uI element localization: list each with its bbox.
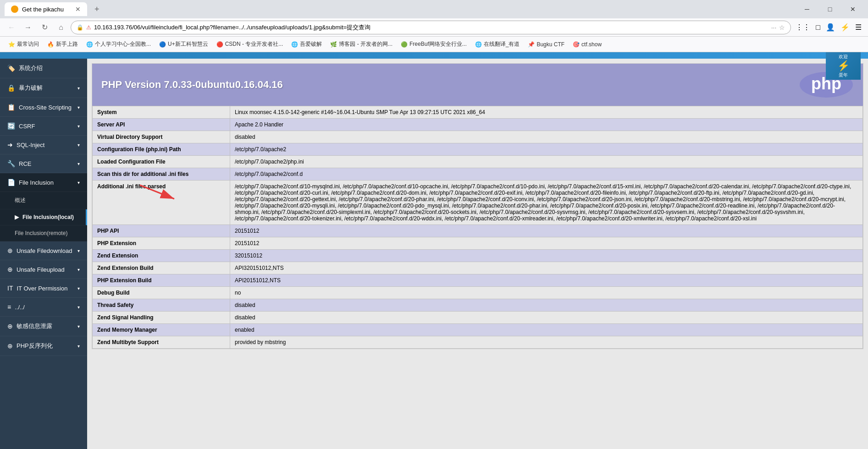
sidebar-item-file-inclusion[interactable]: 📄 File Inclusion ▾ [0, 173, 87, 192]
sidebar-icon-dotdot: ≡ [7, 303, 11, 311]
bookmark-favicon: 🔴 [216, 41, 223, 48]
sidebar-item-sensitive-info[interactable]: ⊕ 敏感信息泄露 ▾ [0, 317, 87, 336]
table-row: Zend Multibyte Support provided by mbstr… [93, 336, 863, 349]
sidebar-item-left: ⊕ 敏感信息泄露 [7, 322, 52, 330]
sidebar-icon-file-inclusion: 📄 [7, 179, 15, 186]
user-icon[interactable]: 👤 [824, 21, 837, 33]
new-tab-button[interactable]: + [91, 3, 103, 16]
bookmark-icon[interactable]: ☆ [779, 24, 785, 31]
window-close-button[interactable]: ✕ [842, 2, 863, 16]
maximize-button[interactable]: □ [819, 2, 840, 16]
year-text: 蛋年 [839, 72, 848, 78]
sidebar-item-brute-force[interactable]: 🔒 暴力破解 ▾ [0, 78, 87, 98]
table-row: Loaded Configuration File /etc/php/7.0/a… [93, 156, 863, 168]
sidebar-sub-概述[interactable]: 概述 [0, 192, 87, 209]
sidebar-label-file-inclusion: File Inclusion [19, 179, 54, 186]
profile-icon[interactable]: □ [814, 22, 822, 33]
pikachu-ext-icon[interactable]: ⚡ [839, 21, 851, 33]
top-blue-bar [0, 52, 868, 59]
table-value: /etc/php/7.0/apache2 [230, 143, 863, 156]
content-area: PHP Version 7.0.33-0ubuntu0.16.04.16 php… [87, 59, 868, 449]
sidebar-label-brute-force: 暴力破解 [19, 84, 43, 92]
sidebar-item-xss[interactable]: 📋 Cross-Site Scripting ▾ [0, 98, 87, 117]
bookmark-favicon: ⭐ [8, 41, 15, 48]
bookmark-item[interactable]: 🎯ctf.show [569, 39, 605, 49]
bookmark-label: 个人学习中心-全国教... [95, 40, 151, 48]
table-value: 320151012 [230, 250, 863, 262]
sidebar-item-csrf[interactable]: 🔄 CSRF ▾ [0, 117, 87, 136]
extensions-icon[interactable]: ⋮⋮ [794, 21, 812, 33]
bookmark-item[interactable]: 🔵U+新工科智慧云 [155, 38, 212, 50]
sidebar-icon-php-deserialize: ⊕ [7, 342, 13, 350]
table-key: Zend Memory Manager [93, 324, 230, 336]
table-row: Debug Build no [93, 287, 863, 299]
bookmark-item[interactable]: 📌Bugku CTF [524, 39, 568, 49]
browser-tab[interactable]: Get the pikachu ✕ [5, 2, 87, 16]
sidebar-icon-system-intro: 🏷️ [7, 65, 15, 72]
forward-button[interactable]: → [21, 21, 35, 34]
sidebar-file-inclusion-submenu: 概述▶File Inclusion(local)File Inclusion(r… [0, 192, 87, 241]
refresh-button[interactable]: ↻ [38, 21, 51, 34]
bookmark-item[interactable]: 🔴CSDN - 专业开发者社... [213, 38, 287, 50]
bookmark-favicon: 🌐 [475, 41, 482, 48]
url-input[interactable] [94, 24, 768, 31]
bookmark-item[interactable]: 🌿博客园 - 开发者的网... [326, 38, 396, 50]
sidebar-item-php-deserialize[interactable]: ⊕ PHP反序列化 ▾ [0, 336, 87, 356]
sidebar-label-xss: Cross-Site Scripting [19, 104, 72, 111]
sidebar-item-dotdot[interactable]: ≡ ../../ ▾ [0, 298, 87, 317]
options-icon[interactable]: ··· [771, 24, 777, 31]
table-row: Configuration File (php.ini) Path /etc/p… [93, 143, 863, 156]
home-button[interactable]: ⌂ [54, 21, 68, 34]
sidebar-sub-file-inclusion(local)[interactable]: ▶File Inclusion(local) [0, 209, 87, 225]
table-row: Zend Signal Handling disabled [93, 312, 863, 324]
table-key: Zend Extension [93, 250, 230, 262]
table-row: System Linux moonsec 4.15.0-142-generic … [93, 106, 863, 119]
tab-close-button[interactable]: ✕ [75, 5, 81, 13]
bookmark-label: 吾爱破解 [300, 40, 322, 48]
sidebar-item-system-intro[interactable]: 🏷️ 系统介绍 [0, 59, 87, 78]
bookmark-item[interactable]: 🌐吾爱破解 [287, 38, 326, 50]
minimize-button[interactable]: ─ [796, 2, 818, 16]
chevron-icon: ▾ [77, 124, 80, 129]
table-key: PHP Extension [93, 237, 230, 250]
bookmark-item[interactable]: ⭐最常访问 [5, 38, 43, 50]
address-bar[interactable]: 🔒 ⚠ ··· ☆ [71, 21, 791, 34]
bookmark-favicon: 🟢 [401, 41, 408, 48]
sidebar-item-unsafe-fileupload[interactable]: ⊕ Unsafe Fileupload ▾ [0, 260, 87, 279]
welcome-text: 欢迎 [839, 54, 848, 60]
sidebar-sub-file-inclusion(remote)[interactable]: File Inclusion(remote) [0, 225, 87, 241]
sidebar-item-left: 🏷️ 系统介绍 [7, 64, 43, 72]
chevron-icon: ▾ [77, 180, 80, 185]
sidebar-item-unsafe-filedownload[interactable]: ⊕ Unsafe Filedownload ▾ [0, 241, 87, 260]
bookmark-favicon: 🔵 [159, 41, 166, 48]
sidebar-item-sql-inject[interactable]: ➜ SQL-Inject ▾ [0, 136, 87, 154]
sidebar-label-system-intro: 系统介绍 [19, 64, 43, 72]
bookmark-item[interactable]: 🔥新手上路 [44, 38, 82, 50]
table-row: Scan this dir for additional .ini files … [93, 168, 863, 181]
sidebar-item-rce[interactable]: 🔧 RCE ▾ [0, 154, 87, 173]
active-indicator-icon: ▶ [15, 214, 19, 220]
table-key: Thread Safety [93, 299, 230, 312]
table-value: Linux moonsec 4.15.0-142-generic #146~16… [230, 106, 863, 119]
sidebar-icon-csrf: 🔄 [7, 122, 15, 130]
sidebar-item-left: ➜ SQL-Inject [7, 141, 44, 148]
sidebar-sub-label: 概述 [15, 197, 26, 204]
sidebar-label-over-permission: IT Over Permission [17, 285, 67, 292]
table-value: API320151012,NTS [230, 262, 863, 274]
bookmark-item[interactable]: 🌐在线翻译_有道 [471, 38, 524, 50]
chevron-icon: ▾ [77, 305, 80, 310]
table-key: Zend Multibyte Support [93, 336, 230, 349]
sidebar-item-over-permission[interactable]: IT IT Over Permission ▾ [0, 279, 87, 298]
bookmark-item[interactable]: 🌐个人学习中心-全国教... [83, 38, 155, 50]
table-value: /etc/php/7.0/apache2/conf.d/10-mysqlnd.i… [230, 181, 863, 225]
menu-icon[interactable]: ☰ [853, 21, 863, 33]
bookmark-item[interactable]: 🟢FreeBuf网络安全行业... [397, 38, 470, 50]
chevron-icon: ▾ [77, 86, 80, 91]
sidebar-item-left: ⊕ Unsafe Fileupload [7, 266, 65, 273]
table-row: Additional .ini files parsed /etc/php/7.… [93, 181, 863, 225]
bookmark-label: ctf.show [581, 41, 602, 48]
back-button[interactable]: ← [5, 21, 18, 34]
sidebar-icon-unsafe-fileupload: ⊕ [7, 266, 13, 273]
chevron-icon: ▾ [77, 324, 80, 329]
table-row: Zend Extension 320151012 [93, 250, 863, 262]
